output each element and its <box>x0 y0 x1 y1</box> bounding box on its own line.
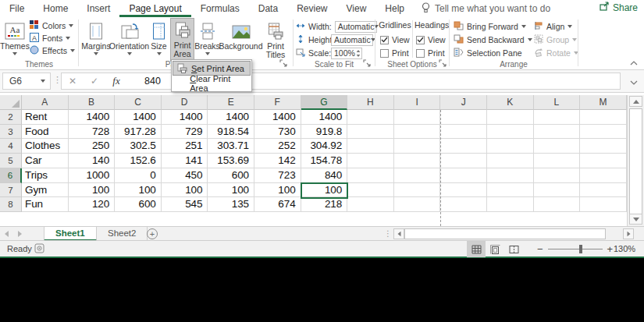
column-header-F[interactable]: F <box>254 95 301 110</box>
cell-G6[interactable]: 840 <box>301 168 348 183</box>
cell-H4[interactable] <box>347 139 394 154</box>
enter-check-icon[interactable]: ✓ <box>84 76 105 87</box>
tab-view[interactable]: View <box>337 0 376 17</box>
column-header-M[interactable]: M <box>580 95 627 110</box>
cell-D3[interactable]: 729 <box>162 125 208 140</box>
cell-A2[interactable]: Rent <box>22 110 69 125</box>
cell-C5[interactable]: 152.6 <box>115 154 162 168</box>
cell-D8[interactable]: 545 <box>162 197 208 212</box>
cell-B4[interactable]: 250 <box>69 139 116 154</box>
cell-J8[interactable] <box>440 197 487 212</box>
cell-F5[interactable]: 142 <box>254 154 301 168</box>
bring-forward-button[interactable]: Bring Forward <box>454 20 526 33</box>
column-header-J[interactable]: J <box>440 95 487 110</box>
cell-J2[interactable] <box>440 110 487 125</box>
name-box[interactable]: G6 <box>2 73 51 90</box>
cell-A8[interactable]: Fun <box>22 197 69 212</box>
cell-G5[interactable]: 154.78 <box>301 154 348 168</box>
column-header-C[interactable]: C <box>115 95 162 110</box>
rotate-button[interactable]: Rotate <box>534 47 578 59</box>
normal-view-button[interactable] <box>467 241 486 257</box>
effects-button[interactable]: Effects <box>30 44 75 57</box>
cell-F3[interactable]: 730 <box>254 125 301 140</box>
zoom-slider-handle[interactable] <box>579 245 582 253</box>
page-setup-dialog-launcher-icon[interactable] <box>279 59 288 68</box>
align-button[interactable]: Align <box>534 20 572 33</box>
cell-I7[interactable] <box>394 183 441 198</box>
cell-D6[interactable]: 450 <box>162 168 208 183</box>
vertical-scrollbar[interactable] <box>627 95 644 226</box>
spinner-arrows-icon[interactable] <box>355 49 361 58</box>
scroll-down-icon[interactable] <box>629 214 642 225</box>
tab-page-layout[interactable]: Page Layout <box>119 0 190 17</box>
tab-file[interactable]: File <box>0 0 34 17</box>
column-header-I[interactable]: I <box>394 95 441 110</box>
cell-B3[interactable]: 728 <box>69 125 116 140</box>
cell-B8[interactable]: 120 <box>69 197 116 212</box>
cell-A4[interactable]: Clothes <box>22 139 69 154</box>
next-sheet-icon[interactable] <box>18 231 22 237</box>
cell-F8[interactable]: 674 <box>254 197 301 212</box>
cell-M6[interactable] <box>580 168 627 183</box>
cell-B6[interactable]: 1000 <box>69 168 116 183</box>
zoom-in-icon[interactable]: + <box>607 243 614 255</box>
cell-E7[interactable]: 100 <box>208 183 254 198</box>
cell-E6[interactable]: 600 <box>208 168 254 183</box>
cell-C8[interactable]: 600 <box>115 197 162 212</box>
row-header-7[interactable]: 7 <box>0 183 22 198</box>
cell-A3[interactable]: Food <box>22 125 69 140</box>
cell-J4[interactable] <box>440 139 487 154</box>
horizontal-scrollbar-thumb[interactable] <box>404 228 606 239</box>
formula-value[interactable]: 840 <box>144 76 161 87</box>
cell-L7[interactable] <box>534 183 581 198</box>
cell-K2[interactable] <box>487 110 534 125</box>
cell-H5[interactable] <box>347 154 394 168</box>
scroll-left-icon[interactable] <box>393 228 404 239</box>
cell-D7[interactable]: 100 <box>162 183 208 198</box>
menu-item-clear-print-area[interactable]: Clear Print Area <box>173 76 251 90</box>
column-header-L[interactable]: L <box>534 95 581 110</box>
tab-review[interactable]: Review <box>287 0 336 17</box>
cell-I6[interactable] <box>394 168 441 183</box>
cell-E8[interactable]: 135 <box>208 197 254 212</box>
cell-M8[interactable] <box>580 197 627 212</box>
cell-E5[interactable]: 153.69 <box>208 154 254 168</box>
cell-B7[interactable]: 100 <box>69 183 116 198</box>
cancel-icon[interactable]: ✕ <box>62 76 84 87</box>
column-header-B[interactable]: B <box>69 95 116 110</box>
cell-G8[interactable]: 218 <box>301 197 348 212</box>
new-sheet-button[interactable]: + <box>147 228 158 239</box>
collapse-ribbon-icon[interactable] <box>630 58 638 67</box>
cell-I8[interactable] <box>394 197 441 212</box>
cell-A6[interactable]: Trips <box>22 168 69 183</box>
macro-record-icon[interactable] <box>34 243 44 255</box>
column-header-H[interactable]: H <box>347 95 394 110</box>
group-button[interactable]: Group <box>534 34 577 46</box>
cell-K3[interactable] <box>487 125 534 140</box>
cell-K8[interactable] <box>487 197 534 212</box>
cell-D5[interactable]: 141 <box>162 154 208 168</box>
cell-C2[interactable]: 1400 <box>115 110 162 125</box>
column-header-G[interactable]: G <box>301 95 348 110</box>
tell-me-box[interactable]: Tell me what you want to do <box>422 2 550 16</box>
orientation-button[interactable]: Orientation <box>111 18 148 62</box>
row-header-3[interactable]: 3 <box>0 125 22 140</box>
cell-D2[interactable]: 1400 <box>162 110 208 125</box>
breaks-button[interactable]: Breaks <box>194 18 220 62</box>
cell-H3[interactable] <box>347 125 394 140</box>
size-button[interactable]: Size <box>148 18 170 62</box>
cell-K6[interactable] <box>487 168 534 183</box>
sheet-tab-sheet2[interactable]: Sheet2 <box>97 227 148 241</box>
cell-L8[interactable] <box>534 197 581 212</box>
page-layout-view-button[interactable] <box>486 241 504 257</box>
cell-M2[interactable] <box>580 110 627 125</box>
cell-G7[interactable]: 100 <box>301 183 348 198</box>
cell-F4[interactable]: 252 <box>254 139 301 154</box>
cell-J3[interactable] <box>440 125 487 140</box>
height-select[interactable]: Automatic <box>331 34 373 46</box>
cell-M5[interactable] <box>580 154 627 168</box>
gridlines-print-checkbox[interactable]: Print <box>380 47 409 59</box>
width-select[interactable]: Automatic <box>335 21 377 33</box>
cell-I4[interactable] <box>394 139 441 154</box>
zoom-slider[interactable] <box>548 249 603 249</box>
